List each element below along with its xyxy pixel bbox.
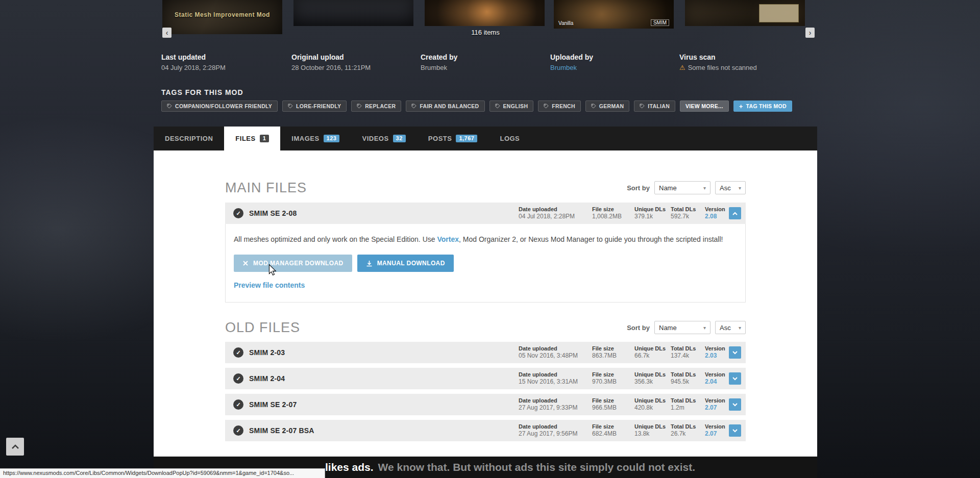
expand-file-button[interactable] (729, 346, 741, 359)
warning-icon: ⚠ (679, 64, 685, 71)
preview-file-contents-link[interactable]: Preview file contents (234, 281, 305, 289)
sort-direction-select[interactable]: Asc▾ (715, 181, 746, 194)
browser-status-bar: https://www.nexusmods.com/Core/Libs/Comm… (0, 468, 325, 478)
tag-icon (591, 104, 596, 109)
mod-metadata: Last updated 04 July 2018, 2:28PM Origin… (154, 53, 817, 76)
image-carousel: Static Mesh Improvement Mod Vanilla SMIM… (154, 0, 817, 37)
page-content: Static Mesh Improvement Mod Vanilla SMIM… (154, 0, 817, 478)
carousel-thumbnail[interactable] (425, 0, 545, 26)
column-header: Total DLs (671, 345, 696, 351)
total-dls: 26.7k (671, 430, 696, 437)
tab-files[interactable]: FILES1 (224, 127, 280, 150)
collapse-file-button[interactable] (729, 207, 741, 219)
sort-field-select[interactable]: Name▾ (654, 181, 710, 194)
old-files-title: OLD FILES (225, 320, 300, 335)
tag-chip[interactable]: REPLACER (351, 100, 401, 112)
meta-label: Created by (421, 53, 543, 61)
file-size: 682.4MB (592, 430, 617, 437)
sort-field-select[interactable]: Name▾ (654, 321, 710, 334)
posts-count-badge: 1,767 (456, 135, 477, 142)
unique-dls: 356.3k (634, 378, 666, 385)
tab-description[interactable]: DESCRIPTION (154, 127, 224, 150)
file-size: 863.7MB (592, 352, 617, 359)
expand-file-button[interactable] (729, 398, 741, 411)
tag-this-mod-button[interactable]: +TAG THIS MOD (733, 100, 792, 112)
tab-logs[interactable]: LOGS (488, 127, 531, 150)
column-header: Date uploaded (519, 397, 577, 404)
mod-manager-download-button[interactable]: MOD MANAGER DOWNLOAD (234, 255, 352, 272)
file-date: 05 Nov 2016, 3:48PM (519, 352, 578, 359)
sort-by-label: Sort by (627, 184, 650, 192)
file-version: 2.08 (705, 213, 725, 220)
chevron-down-icon (732, 429, 738, 433)
tab-videos[interactable]: VIDEOS32 (351, 127, 416, 150)
check-icon: ✓ (233, 373, 243, 384)
tag-icon (167, 104, 172, 109)
file-size: 966.5MB (592, 404, 617, 411)
file-version: 2.03 (705, 352, 725, 359)
carousel-thumbnail[interactable] (685, 0, 805, 26)
file-version: 2.04 (705, 378, 725, 385)
tag-icon (288, 104, 293, 109)
sort-direction-select[interactable]: Asc▾ (715, 321, 746, 334)
column-header: Date uploaded (519, 371, 578, 378)
sort-controls: Sort by Name▾ Asc▾ (627, 181, 746, 194)
tab-images[interactable]: IMAGES123 (280, 127, 351, 150)
file-name: SMIM 2-03 (249, 348, 285, 357)
mod-tabs: DESCRIPTION FILES1 IMAGES123 VIDEOS32 PO… (154, 127, 817, 150)
file-date: 27 Aug 2017, 9:56PM (519, 430, 577, 437)
file-date: 04 Jul 2018, 2:28PM (519, 213, 575, 220)
column-header: File size (592, 206, 622, 212)
thumbnail-label: SMIM (651, 19, 669, 26)
files-count-badge: 1 (260, 135, 270, 142)
tag-chip[interactable]: GERMAN (585, 100, 629, 112)
file-name: SMIM 2-04 (249, 374, 285, 383)
unique-dls: 379.1k (634, 213, 666, 220)
column-header: Unique DLs (634, 345, 666, 351)
carousel-thumbnail[interactable] (293, 0, 413, 26)
column-header: Date uploaded (519, 206, 575, 212)
chevron-down-icon (732, 350, 738, 355)
tag-chip[interactable]: ENGLISH (489, 100, 534, 112)
old-files-list: ✓ SMIM 2-03 Date uploaded05 Nov 2016, 3:… (225, 342, 746, 441)
expand-file-button[interactable] (729, 424, 741, 437)
meta-label: Original upload (291, 53, 414, 61)
sort-controls: Sort by Name▾ Asc▾ (627, 321, 746, 334)
total-dls: 592.7k (671, 213, 696, 220)
tag-chip[interactable]: COMPANION/FOLLOWER FRIENDLY (161, 100, 278, 112)
expand-file-button[interactable] (729, 372, 741, 385)
meta-virus-scan: Virus scan ⚠Some files not scanned (679, 53, 802, 71)
check-icon: ✓ (233, 399, 243, 410)
meta-label: Virus scan (679, 53, 802, 61)
tag-chip[interactable]: ITALIAN (634, 100, 675, 112)
view-more-tags-button[interactable]: VIEW MORE... (680, 100, 729, 112)
mod-manager-icon (242, 260, 249, 266)
carousel-item-count: 116 items (154, 29, 817, 36)
tag-chip[interactable]: FAIR AND BALANCED (406, 100, 484, 112)
tag-chip[interactable]: LORE-FRIENDLY (282, 100, 347, 112)
column-header: Version (705, 371, 725, 378)
vortex-link[interactable]: Vortex (437, 235, 459, 243)
column-header: Total DLs (671, 206, 696, 212)
column-header: Unique DLs (634, 397, 666, 404)
tag-icon (544, 104, 549, 109)
column-header: Unique DLs (634, 371, 666, 378)
column-header: File size (592, 397, 617, 404)
tab-posts[interactable]: POSTS1,767 (417, 127, 489, 150)
scroll-to-top-button[interactable] (6, 438, 24, 456)
meta-original-upload: Original upload 28 October 2016, 11:21PM (291, 53, 414, 71)
chevron-down-icon: ▾ (739, 325, 741, 331)
tag-icon (495, 104, 500, 109)
manual-download-button[interactable]: MANUAL DOWNLOAD (357, 255, 454, 272)
thumbnail-caption: Static Mesh Improvement Mod (162, 11, 282, 18)
chevron-down-icon: ▾ (703, 185, 706, 191)
tags-section-title: TAGS FOR THIS MOD (154, 88, 817, 96)
file-date: 27 Aug 2017, 9:33PM (519, 404, 577, 411)
tag-chip[interactable]: FRENCH (538, 100, 581, 112)
check-icon: ✓ (233, 208, 243, 218)
uploader-link[interactable]: Brumbek (550, 64, 673, 71)
column-header: File size (592, 345, 617, 351)
carousel-thumbnail[interactable]: Vanilla SMIM (554, 0, 674, 29)
images-count-badge: 123 (324, 135, 340, 142)
column-header: Version (705, 345, 725, 351)
